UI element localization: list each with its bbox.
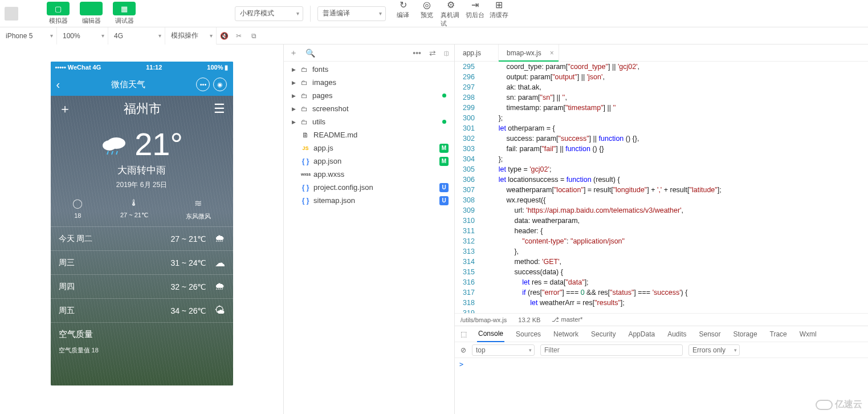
device-select[interactable]: iPhone 5 [0,27,57,44]
phone-frame: ••••• WeChat 4G 11:12 100% ▮ ‹ 微信天气 ••• … [51,62,233,385]
tree-file[interactable]: JSapp.jsM [284,141,454,155]
aqi-row[interactable]: 空气质量 [51,322,233,346]
file-tree-panel: ＋ 🔍 ••• ⇄ ⎅ ▶🗀fonts▶🗀images▶🗀pages▶🗀scre… [284,44,455,414]
editor-tabs: app.jsbmap-wx.js× [455,44,868,62]
tree-folder[interactable]: ▶🗀utils [284,115,454,128]
devtools-tab[interactable]: Trace [769,326,788,342]
menu-icon[interactable]: ••• [196,78,210,91]
search-icon[interactable]: 🔍 [305,48,315,58]
add-icon[interactable]: ＋ [59,100,71,117]
mode-button-1[interactable]: 编辑器 [76,2,106,25]
tree-file[interactable]: { }app.jsonM [284,155,454,168]
mini-stat-2: ≋东风微风 [186,198,211,221]
app-mode-select[interactable]: 小程序模式 [235,6,303,21]
code-area[interactable]: 2952962972982993003013023033043053063073… [455,62,868,313]
temperature-label: 21° [135,125,183,163]
carrier-label: ••••• WeChat 4G [55,64,101,71]
git-branch-label: ⎇ master* [552,316,582,323]
tree-folder[interactable]: ▶🗀fonts [284,63,454,76]
inspect-icon[interactable]: ⬚ [461,330,467,338]
toolbar-action-1[interactable]: ◎预览 [417,0,437,28]
forecast-row-2[interactable]: 周四32 ~ 26℃🌧 [51,274,233,298]
toolbar-action-2[interactable]: ⚙真机调试 [441,0,461,28]
target-icon[interactable]: ◉ [213,78,227,91]
devtools-tab[interactable]: Storage [732,326,759,342]
devtools-tab[interactable]: Security [590,326,617,342]
devtools-tab[interactable]: Console [477,326,504,342]
tree-file[interactable]: { }project.config.jsonU [284,181,454,194]
weather-body: ＋ 福州市 ☰ 21° 大雨转中雨 2019年 6月 25日 ◯18🌡27 ~ … [51,96,233,385]
tree-folder[interactable]: ▶🗀pages [284,89,454,102]
svg-point-1 [103,140,116,151]
svg-line-4 [116,151,117,155]
top-toolbar: ▢模拟器编辑器▦调试器 小程序模式 普通编译 ↻编译◎预览⚙真机调试⇥切后台⊞清… [0,0,868,27]
tree-toolbar: ＋ 🔍 ••• ⇄ ⎅ [284,44,454,62]
tree-file[interactable]: wxssapp.wxss [284,168,454,181]
console-filter-input[interactable] [540,344,683,356]
mute-icon[interactable]: 🔇 [217,32,231,40]
mini-stat-1: 🌡27 ~ 21℃ [120,198,148,221]
back-icon[interactable]: ‹ [56,78,60,91]
simulator-bar: iPhone 5 100% 4G 模拟操作 🔇 ✂ ⧉ [0,27,868,44]
avatar[interactable] [5,7,18,21]
file-path-label: /utils/bmap-wx.js [461,316,507,323]
mini-stat-0: ◯18 [72,198,83,221]
devtools-tab[interactable]: AppData [627,326,656,342]
tree-folder[interactable]: ▶🗀images [284,76,454,89]
weather-icon [100,133,129,156]
collapse-icon[interactable]: ⇄ [429,48,436,58]
dock-icon[interactable]: ⧉ [246,32,261,40]
cut-icon[interactable]: ✂ [231,32,246,40]
network-select[interactable]: 4G [108,27,165,44]
compile-mode-select[interactable]: 普通编译 [317,6,386,21]
battery-label: 100% ▮ [207,64,228,71]
aqi-value: 空气质量值 18 [51,346,233,358]
phone-nav-bar: ‹ 微信天气 ••• ◉ [51,73,233,96]
devtools-tab[interactable]: Audits [666,326,687,342]
toolbar-action-0[interactable]: ↻编译 [393,0,413,28]
tree-folder[interactable]: ▶🗀screenshot [284,102,454,115]
toolbar-action-3[interactable]: ⇥切后台 [464,0,485,28]
settings-icon[interactable]: ⎅ [444,48,449,58]
forecast-row-0[interactable]: 今天 周二27 ~ 21℃🌧 [51,226,233,250]
phone-status-bar: ••••• WeChat 4G 11:12 100% ▮ [51,62,233,73]
mock-select[interactable]: 模拟操作 [165,27,217,44]
toolbar-action-4[interactable]: ⊞清缓存 [488,0,509,28]
svg-line-3 [112,151,113,155]
zoom-select[interactable]: 100% [57,27,108,44]
console-scope-select[interactable]: top [472,344,535,356]
add-file-icon[interactable]: ＋ [290,48,298,58]
devtools-tab[interactable]: Sensor [698,326,722,342]
mode-button-0[interactable]: ▢模拟器 [43,2,73,25]
editor-tab-1[interactable]: bmap-wx.js× [499,44,559,62]
page-title: 微信天气 [111,79,145,90]
hamburger-icon[interactable]: ☰ [214,102,225,116]
forecast-row-1[interactable]: 周三31 ~ 24℃☁ [51,250,233,274]
editor-panel: app.jsbmap-wx.js× 2952962972982993003013… [455,44,868,414]
devtools-tab[interactable]: Wxml [798,326,818,342]
file-size-label: 13.2 KB [518,316,540,323]
clock-label: 11:12 [146,64,162,71]
city-label: 福州市 [71,100,214,117]
devtools-tab[interactable]: Network [552,326,580,342]
close-icon[interactable]: × [550,49,554,57]
clear-console-icon[interactable]: ⊘ [461,346,466,354]
mode-button-2[interactable]: ▦调试器 [109,2,139,25]
weather-desc: 大雨转中雨 [51,164,233,177]
devtools-panel: ⬚ ConsoleSourcesNetworkSecurityAppDataAu… [455,326,868,414]
tree-file[interactable]: 🗎README.md [284,128,454,141]
tree-file[interactable]: { }sitemap.jsonU [284,194,454,207]
editor-tab-0[interactable]: app.js [455,44,499,62]
watermark: 亿速云 [816,399,862,411]
more-icon[interactable]: ••• [413,48,421,58]
console-body[interactable]: > [455,358,868,414]
editor-status-bar: /utils/bmap-wx.js 13.2 KB ⎇ master* [455,313,868,326]
svg-line-2 [107,151,108,155]
console-level-select[interactable]: Errors only [688,344,740,356]
simulator-panel: ••••• WeChat 4G 11:12 100% ▮ ‹ 微信天气 ••• … [0,44,284,414]
forecast-row-3[interactable]: 周五34 ~ 26℃🌤 [51,298,233,322]
weather-date: 2019年 6月 25日 [51,180,233,190]
devtools-tab[interactable]: Sources [515,326,542,342]
